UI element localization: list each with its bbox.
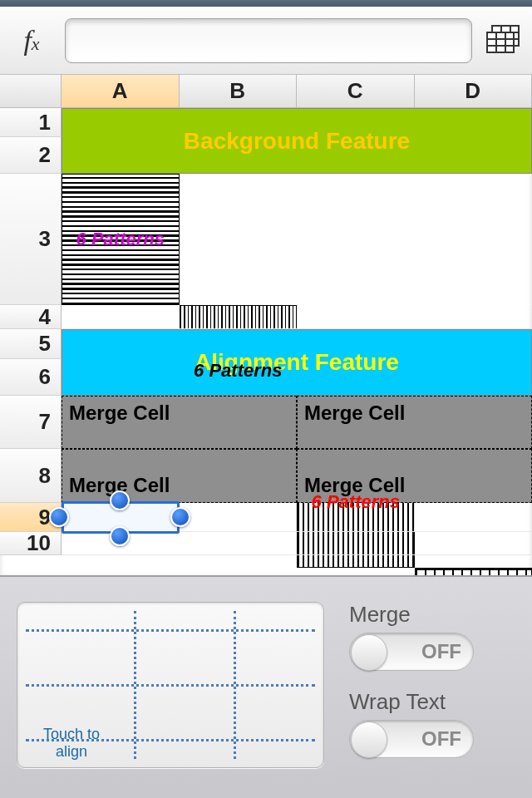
toggle-knob	[351, 634, 387, 671]
corner-cell[interactable]	[0, 75, 62, 108]
format-panel: Touch to align Merge OFF Wrap Text OFF	[0, 577, 532, 798]
row-headers: 12345678910	[0, 108, 62, 575]
row-header-3[interactable]: 3	[0, 174, 62, 305]
cell-text: 6 Patterns	[312, 491, 400, 513]
alignment-hint: Touch to align	[34, 726, 109, 761]
toggle-state: OFF	[421, 727, 461, 751]
wrap-label: Wrap Text	[349, 689, 515, 715]
cell-grid[interactable]: Background Feature 6 Patterns 6 Patterns…	[62, 108, 532, 575]
cell-b9[interactable]	[180, 503, 298, 532]
row-header-5[interactable]: 5	[0, 329, 62, 359]
column-header-a[interactable]: A	[62, 75, 180, 108]
column-header-c[interactable]: C	[297, 75, 415, 108]
cell-d3[interactable]: 6 Patterns	[415, 568, 533, 575]
row-header-6[interactable]: 6	[0, 359, 62, 396]
spreadsheet[interactable]: A B C D 12345678910 Background Feature 6…	[0, 75, 532, 577]
selection-handle-top[interactable]	[110, 490, 130, 510]
column-headers: A B C D	[0, 75, 532, 108]
row-header-8[interactable]: 8	[0, 449, 62, 503]
column-header-b[interactable]: B	[180, 75, 298, 108]
toggle-knob	[351, 722, 387, 758]
cell-merge-bl[interactable]: Merge Cell	[62, 449, 297, 503]
selection-handle-right[interactable]	[170, 507, 190, 527]
cell-text: Background Feature	[184, 128, 410, 155]
formula-bar: fx	[0, 7, 532, 75]
cell-text: 6 Patterns	[194, 360, 282, 382]
cell-align-feature[interactable]: Alignment Feature	[62, 329, 532, 396]
row-header-2[interactable]: 2	[0, 137, 62, 174]
cell-merge-tl[interactable]: Merge Cell	[62, 396, 297, 449]
cell-d9[interactable]	[415, 503, 533, 532]
cell-merge-tr[interactable]: Merge Cell	[297, 396, 532, 449]
cell-bg-feature[interactable]: Background Feature	[62, 108, 532, 174]
selection-handle-left[interactable]	[49, 507, 69, 527]
cell-text: 6 Patterns	[76, 229, 165, 250]
row-header-1[interactable]: 1	[0, 108, 62, 137]
formula-input[interactable]	[65, 18, 472, 63]
cell-text: Merge Cell	[69, 401, 170, 425]
row-header-4[interactable]: 4	[0, 305, 62, 329]
row-header-10[interactable]: 10	[0, 532, 62, 555]
alignment-pad[interactable]: Touch to align	[17, 602, 324, 768]
cell-row10[interactable]	[62, 532, 532, 555]
sheet-switch-button[interactable]	[480, 22, 525, 59]
cell-a3[interactable]: 6 Patterns	[62, 174, 180, 305]
fx-icon: fx	[7, 25, 57, 57]
status-bar	[0, 0, 532, 7]
svg-rect-5	[487, 32, 514, 52]
merge-label: Merge	[349, 602, 515, 628]
column-header-d[interactable]: D	[415, 75, 533, 108]
merge-toggle[interactable]: OFF	[349, 633, 474, 671]
selection-handle-bottom[interactable]	[110, 526, 130, 546]
cell-text: Merge Cell	[304, 401, 405, 425]
toggle-state: OFF	[421, 640, 461, 663]
cell-row4[interactable]	[62, 305, 532, 329]
wrap-toggle[interactable]: OFF	[349, 720, 474, 758]
row-header-7[interactable]: 7	[0, 396, 62, 449]
